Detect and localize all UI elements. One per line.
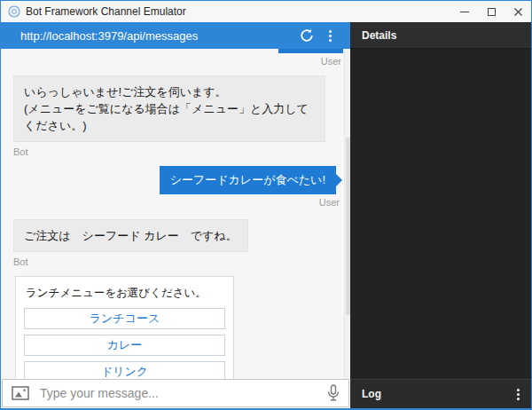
user-label: User [319, 197, 340, 208]
kebab-menu-icon [329, 30, 332, 42]
bot-label: Bot [13, 256, 28, 267]
chat-scrollbar[interactable] [344, 49, 350, 379]
window-title: Bot Framework Channel Emulator [26, 5, 451, 18]
card-title: ランチメニューをお選びください。 [26, 286, 223, 301]
bot-label: Bot [13, 146, 28, 157]
details-panel: Details Log [350, 22, 531, 408]
reconnect-button[interactable] [295, 24, 318, 47]
chat-scrollbar-thumb[interactable] [346, 138, 350, 315]
details-title: Details [362, 29, 396, 42]
bot-message-confirm: ご注文は シーフード カレー ですね。 [13, 219, 248, 252]
app-window: Bot Framework Channel Emulator http://lo… [0, 0, 532, 410]
microphone-icon[interactable] [327, 384, 340, 402]
user-message-text: シーフードカレーが食べたい! [170, 173, 325, 186]
card-button-drink[interactable]: ドリンク [24, 361, 225, 379]
message-composer [2, 379, 349, 407]
details-header: Details [350, 22, 531, 49]
minimize-button[interactable] [451, 1, 478, 22]
log-menu-button[interactable] [517, 389, 520, 400]
conversation-area: User いらっしゃいませ!ご注文を伺います。 (メニューをご覧になる場合は「メ… [1, 49, 350, 379]
bot-greeting-line1: いらっしゃいませ!ご注文を伺います。 [24, 83, 315, 100]
details-body [350, 49, 531, 379]
bubble-tail [336, 174, 342, 186]
window-controls [451, 1, 531, 22]
endpoint-address-bar: http://localhost:3979/api/messages [1, 22, 350, 49]
bot-message-greeting: いらっしゃいませ!ご注文を伺います。 (メニューをご覧になる場合は「メニュー」と… [13, 75, 325, 142]
kebab-menu-icon [517, 389, 520, 400]
refresh-icon [300, 28, 314, 43]
chat-panel: http://localhost:3979/api/messages User … [1, 22, 350, 408]
message-input[interactable] [38, 385, 327, 401]
maximize-icon [488, 8, 496, 16]
upload-image-icon[interactable] [12, 386, 29, 400]
address-menu-button[interactable] [318, 24, 341, 47]
bot-greeting-line2: (メニューをご覧になる場合は「メニュー」と入力してください。) [24, 100, 315, 134]
log-bar: Log [350, 379, 531, 408]
previous-user-message-partial [278, 49, 343, 53]
card-button-curry[interactable]: カレー [24, 335, 225, 356]
log-title: Log [362, 388, 517, 400]
title-bar: Bot Framework Channel Emulator [1, 1, 531, 22]
card-button-lunch-course[interactable]: ランチコース [24, 308, 225, 329]
close-icon [513, 7, 523, 17]
menu-hero-card: ランチメニューをお選びください。 ランチコース カレー ドリンク デザート [15, 276, 234, 379]
app-logo-icon [8, 5, 20, 18]
endpoint-url[interactable]: http://localhost:3979/api/messages [20, 29, 295, 43]
maximize-button[interactable] [478, 1, 505, 22]
user-label: User [321, 56, 341, 67]
close-button[interactable] [505, 1, 531, 22]
minimize-icon [460, 12, 469, 12]
user-message: シーフードカレーが食べたい! [160, 166, 336, 194]
main-area: http://localhost:3979/api/messages User … [1, 22, 531, 408]
